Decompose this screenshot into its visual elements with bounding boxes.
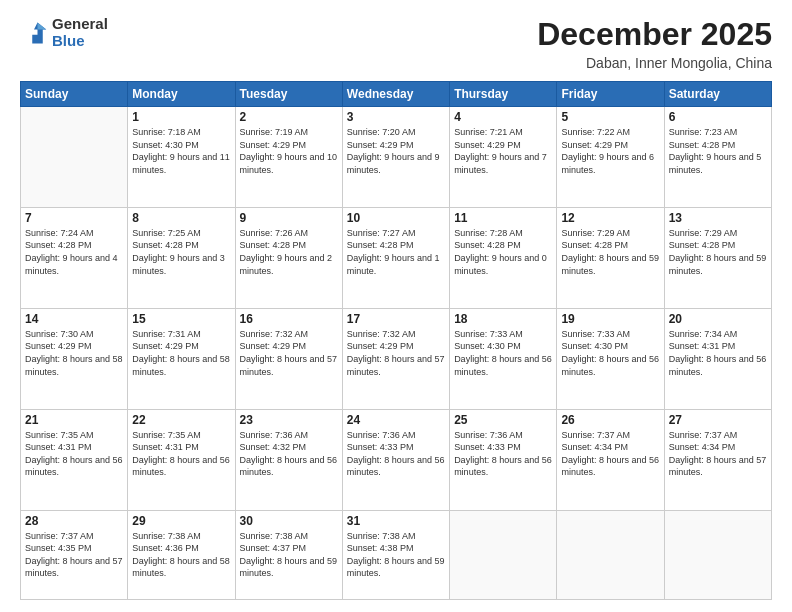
calendar-cell: 14 Sunrise: 7:30 AMSunset: 4:29 PMDaylig…	[21, 308, 128, 409]
location-title: Daban, Inner Mongolia, China	[537, 55, 772, 71]
day-info: Sunrise: 7:22 AMSunset: 4:29 PMDaylight:…	[561, 126, 659, 176]
calendar-week-row: 28 Sunrise: 7:37 AMSunset: 4:35 PMDaylig…	[21, 510, 772, 599]
calendar-cell: 24 Sunrise: 7:36 AMSunset: 4:33 PMDaylig…	[342, 409, 449, 510]
svg-marker-1	[38, 22, 47, 29]
day-info: Sunrise: 7:36 AMSunset: 4:32 PMDaylight:…	[240, 429, 338, 479]
day-number: 8	[132, 211, 230, 225]
day-info: Sunrise: 7:26 AMSunset: 4:28 PMDaylight:…	[240, 227, 338, 277]
day-info: Sunrise: 7:29 AMSunset: 4:28 PMDaylight:…	[561, 227, 659, 277]
calendar-week-row: 7 Sunrise: 7:24 AMSunset: 4:28 PMDayligh…	[21, 207, 772, 308]
day-info: Sunrise: 7:35 AMSunset: 4:31 PMDaylight:…	[25, 429, 123, 479]
day-number: 5	[561, 110, 659, 124]
day-number: 3	[347, 110, 445, 124]
calendar-cell: 19 Sunrise: 7:33 AMSunset: 4:30 PMDaylig…	[557, 308, 664, 409]
calendar-cell: 3 Sunrise: 7:20 AMSunset: 4:29 PMDayligh…	[342, 107, 449, 208]
day-info: Sunrise: 7:38 AMSunset: 4:36 PMDaylight:…	[132, 530, 230, 580]
day-number: 26	[561, 413, 659, 427]
calendar-cell	[557, 510, 664, 599]
month-title: December 2025	[537, 16, 772, 53]
day-info: Sunrise: 7:28 AMSunset: 4:28 PMDaylight:…	[454, 227, 552, 277]
day-number: 13	[669, 211, 767, 225]
day-number: 9	[240, 211, 338, 225]
day-number: 25	[454, 413, 552, 427]
logo-blue: Blue	[52, 33, 108, 50]
day-info: Sunrise: 7:36 AMSunset: 4:33 PMDaylight:…	[454, 429, 552, 479]
day-number: 21	[25, 413, 123, 427]
day-number: 6	[669, 110, 767, 124]
day-info: Sunrise: 7:38 AMSunset: 4:37 PMDaylight:…	[240, 530, 338, 580]
calendar-cell: 11 Sunrise: 7:28 AMSunset: 4:28 PMDaylig…	[450, 207, 557, 308]
day-info: Sunrise: 7:38 AMSunset: 4:38 PMDaylight:…	[347, 530, 445, 580]
calendar-cell: 30 Sunrise: 7:38 AMSunset: 4:37 PMDaylig…	[235, 510, 342, 599]
logo: General Blue	[20, 16, 108, 49]
day-info: Sunrise: 7:35 AMSunset: 4:31 PMDaylight:…	[132, 429, 230, 479]
day-number: 28	[25, 514, 123, 528]
day-info: Sunrise: 7:37 AMSunset: 4:34 PMDaylight:…	[669, 429, 767, 479]
day-info: Sunrise: 7:27 AMSunset: 4:28 PMDaylight:…	[347, 227, 445, 277]
calendar-cell: 23 Sunrise: 7:36 AMSunset: 4:32 PMDaylig…	[235, 409, 342, 510]
calendar-cell: 5 Sunrise: 7:22 AMSunset: 4:29 PMDayligh…	[557, 107, 664, 208]
day-number: 23	[240, 413, 338, 427]
calendar-cell: 7 Sunrise: 7:24 AMSunset: 4:28 PMDayligh…	[21, 207, 128, 308]
calendar-cell: 28 Sunrise: 7:37 AMSunset: 4:35 PMDaylig…	[21, 510, 128, 599]
calendar-cell: 15 Sunrise: 7:31 AMSunset: 4:29 PMDaylig…	[128, 308, 235, 409]
calendar-day-header: Sunday	[21, 82, 128, 107]
calendar-cell: 20 Sunrise: 7:34 AMSunset: 4:31 PMDaylig…	[664, 308, 771, 409]
day-info: Sunrise: 7:23 AMSunset: 4:28 PMDaylight:…	[669, 126, 767, 176]
day-number: 19	[561, 312, 659, 326]
day-number: 12	[561, 211, 659, 225]
calendar-day-header: Saturday	[664, 82, 771, 107]
calendar-cell: 9 Sunrise: 7:26 AMSunset: 4:28 PMDayligh…	[235, 207, 342, 308]
calendar-cell	[450, 510, 557, 599]
day-info: Sunrise: 7:21 AMSunset: 4:29 PMDaylight:…	[454, 126, 552, 176]
calendar-cell: 27 Sunrise: 7:37 AMSunset: 4:34 PMDaylig…	[664, 409, 771, 510]
calendar-cell: 2 Sunrise: 7:19 AMSunset: 4:29 PMDayligh…	[235, 107, 342, 208]
calendar-header-row: SundayMondayTuesdayWednesdayThursdayFrid…	[21, 82, 772, 107]
calendar-cell: 6 Sunrise: 7:23 AMSunset: 4:28 PMDayligh…	[664, 107, 771, 208]
calendar-day-header: Friday	[557, 82, 664, 107]
day-number: 1	[132, 110, 230, 124]
calendar-week-row: 1 Sunrise: 7:18 AMSunset: 4:30 PMDayligh…	[21, 107, 772, 208]
day-number: 29	[132, 514, 230, 528]
calendar-week-row: 21 Sunrise: 7:35 AMSunset: 4:31 PMDaylig…	[21, 409, 772, 510]
calendar-day-header: Wednesday	[342, 82, 449, 107]
day-number: 15	[132, 312, 230, 326]
calendar-table: SundayMondayTuesdayWednesdayThursdayFrid…	[20, 81, 772, 600]
day-info: Sunrise: 7:24 AMSunset: 4:28 PMDaylight:…	[25, 227, 123, 277]
day-number: 4	[454, 110, 552, 124]
calendar-cell: 1 Sunrise: 7:18 AMSunset: 4:30 PMDayligh…	[128, 107, 235, 208]
logo-text: General Blue	[52, 16, 108, 49]
day-number: 22	[132, 413, 230, 427]
calendar-day-header: Monday	[128, 82, 235, 107]
logo-general: General	[52, 16, 108, 33]
calendar-week-row: 14 Sunrise: 7:30 AMSunset: 4:29 PMDaylig…	[21, 308, 772, 409]
calendar-cell	[664, 510, 771, 599]
day-info: Sunrise: 7:30 AMSunset: 4:29 PMDaylight:…	[25, 328, 123, 378]
calendar-cell: 29 Sunrise: 7:38 AMSunset: 4:36 PMDaylig…	[128, 510, 235, 599]
day-info: Sunrise: 7:33 AMSunset: 4:30 PMDaylight:…	[561, 328, 659, 378]
day-number: 27	[669, 413, 767, 427]
day-number: 24	[347, 413, 445, 427]
calendar-cell: 22 Sunrise: 7:35 AMSunset: 4:31 PMDaylig…	[128, 409, 235, 510]
calendar-cell: 10 Sunrise: 7:27 AMSunset: 4:28 PMDaylig…	[342, 207, 449, 308]
day-number: 7	[25, 211, 123, 225]
day-info: Sunrise: 7:34 AMSunset: 4:31 PMDaylight:…	[669, 328, 767, 378]
day-info: Sunrise: 7:37 AMSunset: 4:35 PMDaylight:…	[25, 530, 123, 580]
calendar-cell: 26 Sunrise: 7:37 AMSunset: 4:34 PMDaylig…	[557, 409, 664, 510]
day-info: Sunrise: 7:19 AMSunset: 4:29 PMDaylight:…	[240, 126, 338, 176]
calendar-day-header: Tuesday	[235, 82, 342, 107]
calendar-cell: 16 Sunrise: 7:32 AMSunset: 4:29 PMDaylig…	[235, 308, 342, 409]
page: General Blue December 2025 Daban, Inner …	[0, 0, 792, 612]
calendar-cell	[21, 107, 128, 208]
day-number: 16	[240, 312, 338, 326]
day-info: Sunrise: 7:32 AMSunset: 4:29 PMDaylight:…	[240, 328, 338, 378]
day-info: Sunrise: 7:20 AMSunset: 4:29 PMDaylight:…	[347, 126, 445, 176]
calendar-cell: 4 Sunrise: 7:21 AMSunset: 4:29 PMDayligh…	[450, 107, 557, 208]
day-number: 20	[669, 312, 767, 326]
day-number: 10	[347, 211, 445, 225]
calendar-cell: 17 Sunrise: 7:32 AMSunset: 4:29 PMDaylig…	[342, 308, 449, 409]
day-number: 17	[347, 312, 445, 326]
day-info: Sunrise: 7:36 AMSunset: 4:33 PMDaylight:…	[347, 429, 445, 479]
calendar-cell: 25 Sunrise: 7:36 AMSunset: 4:33 PMDaylig…	[450, 409, 557, 510]
calendar-cell: 8 Sunrise: 7:25 AMSunset: 4:28 PMDayligh…	[128, 207, 235, 308]
